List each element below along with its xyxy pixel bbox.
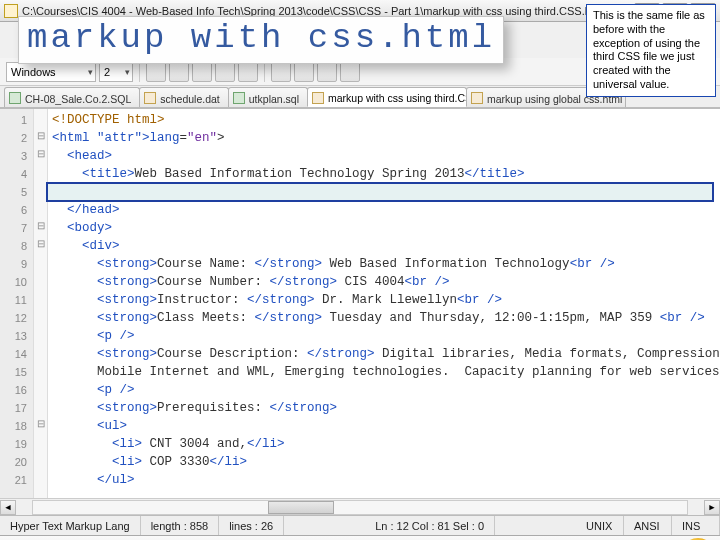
tool-button[interactable] [294,62,314,82]
tool-button[interactable] [340,62,360,82]
slide-title: markup with css.html [18,16,504,64]
status-enc: ANSI [624,516,672,535]
file-tab[interactable]: utkplan.sql [228,87,308,107]
tool-button[interactable] [317,62,337,82]
code-area[interactable]: <!DOCTYPE html><html "attr">lang="en"> <… [48,109,720,498]
app-icon [4,4,18,18]
status-lines: lines : 26 [219,516,284,535]
status-language: Hyper Text Markup Lang [0,516,141,535]
editor[interactable]: 123456789101112131415161718192021 ⊟⊟ ⊟⊟ … [0,108,720,498]
line-gutter: 123456789101112131415161718192021 [0,109,34,498]
status-position: Ln : 12 Col : 81 Sel : 0 [365,516,495,535]
horizontal-scrollbar[interactable]: ◀ ▶ [0,498,720,515]
fold-column[interactable]: ⊟⊟ ⊟⊟ ⊟ [34,109,48,498]
status-length: length : 858 [141,516,220,535]
file-tab[interactable]: CH-08_Sale.Co.2.SQL [4,87,140,107]
window-title: C:\Courses\CIS 4004 - Web-Based Info Tec… [22,5,634,17]
status-eol: UNIX [576,516,624,535]
tool-button[interactable] [146,62,166,82]
annotation-callout: This is the same file as before with the… [586,4,716,97]
status-bar: Hyper Text Markup Lang length : 858 line… [0,515,720,535]
scroll-right-arrow[interactable]: ▶ [704,500,720,515]
tool-button[interactable] [271,62,291,82]
scroll-thumb[interactable] [268,501,333,514]
status-mode: INS [672,516,720,535]
tool-button[interactable] [215,62,235,82]
number-combo[interactable]: 2 [99,62,133,82]
tool-button[interactable] [192,62,212,82]
file-tab[interactable]: markup with css using third.CSS.html× [307,87,467,107]
file-tab[interactable]: schedule.dat [139,87,229,107]
tool-button[interactable] [169,62,189,82]
slide-footer: CIS 4004: Web Based IT (CSS) Page 45 © D… [0,535,720,540]
tool-button[interactable] [238,62,258,82]
platform-combo[interactable]: Windows [6,62,96,82]
scroll-left-arrow[interactable]: ◀ [0,500,16,515]
